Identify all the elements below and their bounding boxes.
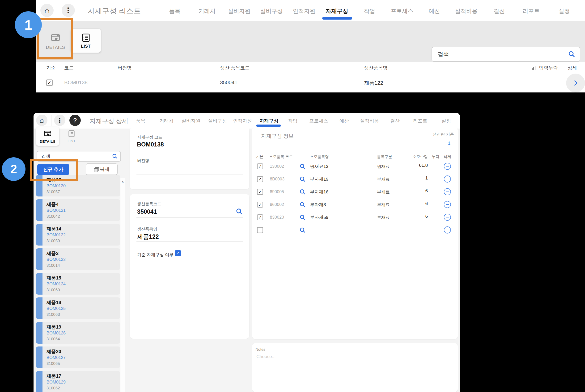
w1-tab-settlement[interactable]: 결산 — [494, 7, 505, 15]
bom-component-row[interactable]: 890005 부자재16 부재료 6 — [252, 186, 458, 198]
component-qty[interactable]: 1 — [425, 176, 428, 181]
table-row[interactable]: BOM0138 350041 제품122 — [36, 73, 585, 92]
sidebar-scrollbar[interactable] — [120, 178, 125, 392]
row-base-checkbox[interactable] — [257, 189, 263, 195]
row-base-checkbox[interactable] — [257, 202, 263, 208]
col-header-prod-item-name[interactable]: 생산품목명 — [364, 65, 388, 71]
list-view-button[interactable]: LIST — [63, 128, 80, 144]
component-qty[interactable]: 6 — [425, 188, 428, 194]
duplicate-button[interactable]: 복제 — [86, 164, 118, 175]
w1-tab-report[interactable]: 리포트 — [523, 7, 540, 15]
w1-tab-settings[interactable]: 설정 — [558, 7, 570, 15]
bom-list-item[interactable]: 제품4 BOM0121 310042 — [36, 199, 120, 221]
bom-list-item[interactable]: 제품17 BOM0129 310062 — [36, 371, 120, 392]
row-base-checkbox[interactable] — [257, 176, 263, 182]
w2-tab-settlement[interactable]: 결산 — [390, 118, 400, 124]
home-button[interactable] — [36, 115, 48, 126]
bom-list-item[interactable]: 제품19 BOM0126 310064 — [36, 322, 120, 344]
item-lookup-search-icon[interactable] — [236, 208, 243, 215]
component-code[interactable]: 130002 — [270, 164, 284, 169]
delete-row-button[interactable] — [444, 188, 451, 195]
row-base-checkbox[interactable] — [257, 214, 263, 220]
component-code[interactable]: 860002 — [270, 202, 284, 207]
bom-code-value[interactable]: BOM0138 — [137, 141, 164, 148]
component-lookup-search-icon[interactable] — [299, 163, 306, 170]
bom-list-item[interactable]: 제품2 BOM0123 310014 — [36, 248, 120, 270]
delete-row-button[interactable] — [444, 226, 451, 234]
bom-list-item[interactable]: 제품20 BOM0127 310065 — [36, 346, 120, 368]
w2-tab-human-resources[interactable]: 인적자원 — [233, 118, 252, 124]
sidebar-search-input[interactable] — [41, 154, 112, 159]
search-input[interactable] — [438, 51, 568, 58]
w1-tab-process[interactable]: 프로세스 — [391, 7, 413, 15]
search-icon[interactable] — [568, 50, 575, 58]
col-header-version[interactable]: 버전명 — [118, 65, 132, 71]
delete-row-button[interactable] — [444, 163, 451, 170]
w2-tab-bom[interactable]: 자재구성 — [259, 118, 278, 124]
w2-tab-work[interactable]: 작업 — [288, 118, 298, 124]
bom-component-row-empty[interactable] — [252, 224, 458, 236]
row-base-checkbox[interactable] — [46, 80, 53, 86]
component-code[interactable]: 8B0003 — [270, 177, 284, 182]
list-view-button[interactable]: LIST — [71, 29, 101, 52]
w2-tab-items[interactable]: 품목 — [136, 118, 145, 124]
w1-tab-actual-costs[interactable]: 실적비용 — [455, 7, 478, 15]
w1-tab-bom[interactable]: 자재구성 — [326, 7, 348, 15]
w2-tab-settings[interactable]: 설정 — [441, 118, 451, 124]
col-header-prod-item-code[interactable]: 생산 품목코드 — [220, 65, 250, 71]
add-new-button[interactable]: 신규 추가 — [37, 164, 69, 175]
component-lookup-search-icon[interactable] — [299, 189, 306, 195]
w1-tab-vendors[interactable]: 거래처 — [198, 7, 215, 15]
row-base-checkbox[interactable] — [257, 227, 263, 233]
component-qty[interactable]: 6 — [425, 201, 428, 206]
w1-tab-items[interactable]: 품목 — [169, 7, 180, 15]
w2-tab-actual-costs[interactable]: 실적비용 — [360, 118, 379, 124]
delete-row-button[interactable] — [444, 201, 451, 208]
w1-tab-human-resources[interactable]: 인적자원 — [293, 7, 316, 15]
col-header-missing[interactable]: 입력누락 — [539, 65, 558, 71]
w2-tab-equipment-config[interactable]: 설비구성 — [208, 118, 227, 124]
delete-row-button[interactable] — [444, 214, 451, 221]
component-code[interactable]: 830020 — [270, 215, 284, 220]
w1-tab-budget[interactable]: 예산 — [429, 7, 440, 15]
bom-component-row[interactable]: 8B0003 부자재19 부재료 1 — [252, 173, 458, 186]
details-view-button[interactable]: DETAILS — [38, 24, 73, 58]
prod-item-code-value[interactable]: 350041 — [137, 208, 157, 215]
w1-tab-work[interactable]: 작업 — [364, 7, 375, 15]
bom-component-row[interactable]: 130002 원재료13 원재료 61.8 — [252, 160, 458, 173]
component-lookup-search-icon[interactable] — [299, 227, 306, 234]
component-code[interactable]: 890005 — [270, 190, 284, 194]
bom-component-row[interactable]: 860002 부자재8 부재료 6 — [252, 198, 458, 211]
bom-list-item[interactable]: 제품12 BOM0120 310057 — [36, 175, 120, 196]
w1-tab-equipment-config[interactable]: 설비구성 — [260, 7, 283, 15]
bom-list-item[interactable]: 제품18 BOM0125 310063 — [36, 298, 120, 319]
w2-tab-vendors[interactable]: 거래처 — [159, 118, 173, 124]
col-header-detail[interactable]: 상세 — [567, 65, 577, 71]
help-button[interactable] — [69, 115, 81, 126]
bom-list-item[interactable]: 제품15 BOM0124 310060 — [36, 273, 120, 294]
col-header-code[interactable]: 코드 — [64, 65, 74, 71]
qty-basis-value[interactable]: 1 — [448, 140, 450, 146]
w2-tab-process[interactable]: 프로세스 — [309, 118, 328, 124]
details-view-button[interactable]: DETAILS — [36, 127, 59, 146]
more-menu-button[interactable] — [62, 4, 75, 17]
w2-tab-equipment-resources[interactable]: 설비자원 — [182, 118, 200, 124]
w2-tab-budget[interactable]: 예산 — [340, 118, 349, 124]
row-detail-button[interactable] — [566, 74, 585, 92]
component-qty[interactable]: 6 — [425, 214, 428, 219]
notes-input[interactable] — [256, 354, 453, 359]
prod-item-name-value[interactable]: 제품122 — [137, 233, 159, 240]
bom-list-item[interactable]: 제품14 BOM0122 310059 — [36, 224, 120, 246]
component-qty[interactable]: 61.8 — [419, 163, 428, 168]
component-lookup-search-icon[interactable] — [299, 214, 306, 221]
w2-tab-report[interactable]: 리포트 — [413, 118, 427, 124]
col-header-base[interactable]: 기준 — [46, 65, 56, 71]
base-bom-checkbox[interactable] — [175, 250, 181, 256]
delete-row-button[interactable] — [444, 176, 451, 182]
search-icon[interactable] — [112, 153, 118, 160]
scroll-up-icon[interactable] — [120, 178, 125, 184]
w1-tab-equipment-resources[interactable]: 설비자원 — [228, 7, 250, 15]
home-button[interactable] — [40, 4, 54, 17]
more-menu-button[interactable] — [54, 115, 65, 126]
row-base-checkbox[interactable] — [257, 164, 263, 169]
